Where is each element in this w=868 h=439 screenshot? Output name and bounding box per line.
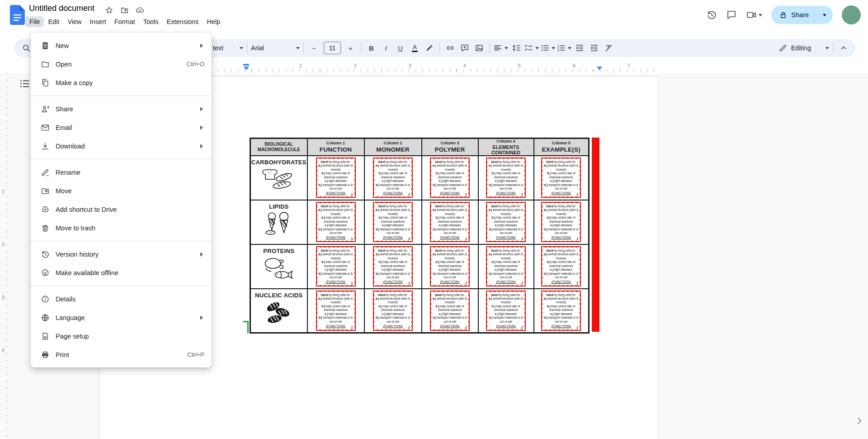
table-cell[interactable]: Used by living cells for:a.) animal stru…: [534, 244, 589, 289]
menu-item-make-a-copy[interactable]: Make a copy: [31, 73, 212, 92]
function-card[interactable]: Used by living cells for:a.) animal stru…: [373, 246, 413, 286]
row-label-cell[interactable]: NUCLEIC ACIDS: [250, 289, 307, 333]
chevron-right-icon[interactable]: [855, 416, 864, 425]
menu-item-make-available-offline[interactable]: Make available offline: [31, 263, 212, 282]
menubar-view[interactable]: View: [63, 16, 85, 27]
table-cell[interactable]: Used by living cells for:a.) animal stru…: [422, 156, 478, 200]
table-cell[interactable]: Used by living cells for:a.) animal stru…: [364, 289, 422, 333]
menu-item-details[interactable]: Details: [31, 290, 212, 308]
italic-button[interactable]: I: [379, 41, 392, 55]
increase-font-size-button[interactable]: +: [344, 41, 357, 55]
function-card[interactable]: Used by living cells for:a.) animal stru…: [316, 246, 356, 286]
decrease-indent-button[interactable]: [573, 41, 586, 55]
menubar-help[interactable]: Help: [203, 16, 225, 27]
table-cell[interactable]: Used by living cells for:a.) animal stru…: [364, 244, 422, 289]
menubar-file[interactable]: File: [25, 16, 44, 27]
add-comment-button[interactable]: [458, 41, 471, 55]
clear-formatting-button[interactable]: [602, 41, 615, 55]
share-button[interactable]: Share: [771, 6, 833, 24]
table-cell[interactable]: Used by living cells for:a.) animal stru…: [364, 156, 422, 200]
menu-item-rename[interactable]: Rename: [31, 163, 212, 181]
menu-item-share[interactable]: Share: [31, 100, 212, 118]
menu-item-language[interactable]: Language: [31, 308, 212, 327]
decrease-font-size-button[interactable]: −: [307, 41, 321, 55]
checklist-button[interactable]: [524, 41, 539, 55]
hide-menus-button[interactable]: [837, 41, 850, 55]
function-card[interactable]: Used by living cells for:a.) animal stru…: [541, 202, 581, 242]
menubar-edit[interactable]: Edit: [44, 16, 63, 27]
table-cell[interactable]: Used by living cells for:a.) animal stru…: [534, 289, 589, 333]
insert-image-button[interactable]: [472, 41, 486, 55]
function-card[interactable]: Used by living cells for:a.) animal stru…: [373, 157, 413, 198]
table-cell[interactable]: Used by living cells for:a.) animal stru…: [478, 200, 534, 244]
table-cell[interactable]: Used by living cells for:a.) animal stru…: [534, 200, 589, 244]
table-cell[interactable]: Used by living cells for:a.) animal stru…: [478, 156, 534, 200]
table-cell[interactable]: Used by living cells for:a.) animal stru…: [478, 289, 534, 333]
row-label-cell[interactable]: CARBOHYDRATES: [250, 156, 307, 200]
function-card[interactable]: Used by living cells for:a.) animal stru…: [541, 246, 581, 286]
menu-item-print[interactable]: PrintCtrl+P: [31, 345, 212, 364]
function-card[interactable]: Used by living cells for:a.) animal stru…: [430, 202, 470, 242]
table-cell[interactable]: Used by living cells for:a.) animal stru…: [364, 200, 422, 244]
document-outline-icon[interactable]: [19, 78, 31, 90]
function-card[interactable]: Used by living cells for:a.) animal stru…: [486, 291, 526, 331]
underline-button[interactable]: U: [394, 41, 407, 55]
function-card[interactable]: Used by living cells for:a.) animal stru…: [541, 157, 581, 198]
column-header-biological-macromolecule[interactable]: BIOLOGICALMACROMOLECULE: [250, 138, 307, 156]
left-indent-marker[interactable]: [243, 64, 249, 70]
table-cell[interactable]: Used by living cells for:a.) animal stru…: [307, 200, 364, 244]
function-card[interactable]: Used by living cells for:a.) animal stru…: [486, 157, 526, 198]
cloud-status-icon[interactable]: [136, 6, 144, 14]
menu-item-download[interactable]: Download: [31, 137, 212, 155]
video-call-button[interactable]: [746, 10, 762, 20]
comments-icon[interactable]: [726, 10, 737, 20]
menu-item-new[interactable]: New: [31, 36, 212, 55]
align-button[interactable]: [493, 41, 508, 55]
function-card[interactable]: Used by living cells for:a.) animal stru…: [430, 291, 470, 331]
menubar-insert[interactable]: Insert: [86, 16, 110, 27]
table-cell[interactable]: Used by living cells for:a.) animal stru…: [478, 244, 534, 289]
account-avatar[interactable]: [842, 5, 861, 24]
table-cell[interactable]: Used by living cells for:a.) animal stru…: [307, 289, 364, 333]
table-cell[interactable]: Used by living cells for:a.) animal stru…: [307, 156, 364, 200]
font-dropdown[interactable]: Arial: [251, 41, 300, 55]
bulleted-list-button[interactable]: [540, 41, 555, 55]
document-title[interactable]: Untitled document: [29, 4, 94, 13]
insert-link-button[interactable]: [443, 41, 457, 55]
function-card[interactable]: Used by living cells for:a.) animal stru…: [430, 157, 470, 198]
numbered-list-button[interactable]: 123: [557, 41, 571, 55]
table-cell[interactable]: Used by living cells for:a.) animal stru…: [534, 156, 589, 200]
function-card[interactable]: Used by living cells for:a.) animal stru…: [486, 202, 526, 242]
bold-button[interactable]: B: [365, 41, 378, 55]
table-cell[interactable]: Used by living cells for:a.) animal stru…: [422, 200, 478, 244]
menu-item-add-shortcut-to-drive[interactable]: Add shortcut to Drive: [31, 200, 212, 219]
right-indent-marker[interactable]: [597, 67, 602, 70]
function-card[interactable]: Used by living cells for:a.) animal stru…: [373, 202, 413, 242]
function-card[interactable]: Used by living cells for:a.) animal stru…: [486, 246, 526, 286]
menu-item-page-setup[interactable]: Page setup: [31, 327, 212, 345]
increase-indent-button[interactable]: [587, 41, 600, 55]
menu-item-open[interactable]: OpenCtrl+O: [31, 55, 212, 73]
menu-item-move-to-trash[interactable]: Move to trash: [31, 219, 212, 237]
function-card[interactable]: Used by living cells for:a.) animal stru…: [430, 246, 470, 286]
menubar-tools[interactable]: Tools: [139, 16, 163, 27]
menubar-extensions[interactable]: Extensions: [163, 16, 203, 27]
menu-item-email[interactable]: Email: [31, 118, 212, 137]
version-history-icon[interactable]: [706, 10, 717, 20]
function-card[interactable]: Used by living cells for:a.) animal stru…: [316, 291, 356, 331]
column-header-monomer[interactable]: Column 2MONOMER: [364, 138, 422, 156]
google-docs-logo[interactable]: [10, 5, 25, 25]
text-color-button[interactable]: A: [408, 41, 421, 55]
function-card[interactable]: Used by living cells for:a.) animal stru…: [316, 157, 356, 198]
star-icon[interactable]: [105, 6, 113, 14]
function-card[interactable]: Used by living cells for:a.) animal stru…: [373, 291, 413, 331]
row-label-cell[interactable]: PROTEINS: [250, 244, 307, 289]
line-spacing-button[interactable]: [509, 41, 523, 55]
menubar-format[interactable]: Format: [110, 16, 139, 27]
column-header-function[interactable]: Column 1FUNCTION: [307, 138, 364, 156]
row-label-cell[interactable]: LIPIDS: [250, 200, 307, 244]
function-card[interactable]: Used by living cells for:a.) animal stru…: [316, 202, 356, 242]
column-header-example-s[interactable]: Column 5EXAMPLE(S): [534, 138, 589, 156]
column-header-polymer[interactable]: Column 3POLYMER: [422, 138, 478, 156]
table-cell[interactable]: Used by living cells for:a.) animal stru…: [422, 244, 478, 289]
